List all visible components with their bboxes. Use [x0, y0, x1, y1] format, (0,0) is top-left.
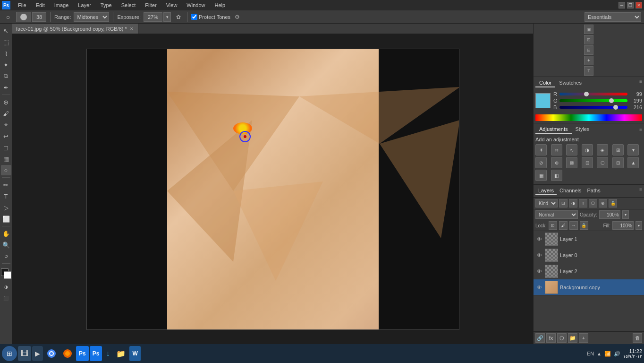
color-panel-collapse[interactable]: ≡ — [639, 79, 642, 87]
eyedropper-tool[interactable]: ✒ — [1, 82, 11, 93]
layer-filter-pixel[interactable]: ⊡ — [559, 199, 568, 207]
layer-filter-lock[interactable]: 🔒 — [609, 199, 617, 207]
taskbar-chrome[interactable] — [44, 346, 59, 361]
menu-image[interactable]: Image — [52, 1, 71, 9]
shape-tool[interactable]: ⬜ — [1, 214, 11, 224]
tab-layers[interactable]: Layers — [535, 187, 557, 195]
layer-filter-adj[interactable]: ◑ — [569, 199, 577, 207]
taskbar-word[interactable]: W — [129, 346, 140, 361]
exposure-slider-btn[interactable]: ▾ — [163, 12, 171, 22]
taskbar-up-arrow[interactable]: ▲ — [597, 351, 602, 356]
add-style-btn[interactable]: fx — [546, 333, 556, 343]
minimize-button[interactable]: ─ — [619, 2, 625, 9]
adj-channel-mixer[interactable]: ⊠ — [566, 157, 577, 168]
adj-hsl[interactable]: ⊞ — [612, 144, 624, 156]
panel-icon-3[interactable]: ⊟ — [584, 45, 593, 55]
menu-help[interactable]: Help — [212, 1, 227, 9]
fill-input[interactable]: 100% — [612, 221, 634, 230]
panel-icon-1[interactable]: ▣ — [584, 25, 593, 34]
layer-eye-layer0[interactable]: 👁 — [535, 251, 543, 259]
panel-icon-5[interactable]: T — [584, 66, 593, 76]
crop-tool[interactable]: ⧉ — [1, 71, 11, 81]
adj-vibrance[interactable]: ◈ — [597, 144, 608, 156]
adj-brightness[interactable]: ☀ — [535, 144, 547, 156]
adj-threshold[interactable]: ▲ — [627, 157, 639, 168]
layer-filter-shape[interactable]: ⬡ — [589, 199, 597, 207]
b-slider[interactable] — [559, 106, 627, 109]
gradient-tool[interactable]: ▦ — [1, 154, 11, 164]
layer-filter-type[interactable]: T — [579, 199, 587, 207]
layers-panel-collapse[interactable]: ≡ — [639, 187, 642, 195]
brush-size-value[interactable]: 38 — [32, 12, 46, 22]
layer-filter-smart[interactable]: ⊕ — [599, 199, 607, 207]
taskbar-filmstrip[interactable]: 🎞 — [18, 346, 31, 361]
opacity-input[interactable]: 100% — [599, 210, 620, 219]
adj-posterize[interactable]: ⊟ — [612, 157, 624, 168]
restore-button[interactable]: ❐ — [627, 2, 634, 9]
dodge-burn-tool[interactable]: ○ — [1, 165, 11, 175]
brush-preview[interactable] — [16, 12, 31, 22]
protect-tones-checkbox[interactable] — [191, 14, 197, 20]
adj-curves[interactable]: ∿ — [566, 144, 577, 156]
range-select[interactable]: Midtones Shadows Highlights — [74, 12, 109, 22]
adj-color-balance[interactable]: ▾ — [627, 144, 639, 156]
layer-eye-layer1[interactable]: 👁 — [535, 235, 543, 243]
quick-mask-toggle[interactable]: ◑ — [1, 282, 11, 292]
lock-image[interactable]: 🖌 — [559, 221, 568, 230]
menu-select[interactable]: Select — [119, 1, 138, 9]
panel-icon-4[interactable]: ✦ — [584, 56, 593, 65]
close-canvas-tab[interactable]: ✕ — [129, 26, 135, 32]
tab-paths[interactable]: Paths — [585, 187, 603, 195]
link-layers-btn[interactable]: 🔗 — [535, 333, 545, 343]
canvas-content[interactable] — [12, 34, 533, 344]
panel-icon-2[interactable]: ⊡ — [584, 35, 593, 44]
layer-item-layer0[interactable]: 👁 Layer 0 — [534, 247, 644, 263]
adj-invert[interactable]: ⬡ — [597, 157, 608, 168]
new-layer-btn[interactable]: + — [579, 333, 588, 343]
new-group-btn[interactable]: 📁 — [568, 333, 577, 343]
taskbar-folder[interactable]: 📁 — [113, 346, 128, 361]
adj-levels[interactable]: ≋ — [551, 144, 562, 156]
pen-tool[interactable]: ✏ — [1, 180, 11, 190]
adj-color-lookup[interactable]: ⊡ — [582, 157, 593, 168]
menu-edit[interactable]: Edit — [34, 1, 47, 9]
menu-type[interactable]: Type — [99, 1, 114, 9]
exposure-input[interactable]: 27% — [144, 12, 162, 22]
color-preview-swatch[interactable] — [535, 93, 551, 108]
tab-color[interactable]: Color — [535, 79, 555, 87]
layer-item-layer1[interactable]: 👁 Layer 1 — [534, 231, 644, 247]
start-button[interactable]: ⊞ — [2, 346, 17, 361]
background-color[interactable] — [4, 271, 11, 279]
adj-photo-filter[interactable]: ⊕ — [551, 157, 562, 168]
taskbar-mediaplayer[interactable]: ▶ — [32, 346, 43, 361]
tab-adjustments[interactable]: Adjustments — [535, 125, 572, 134]
taskbar-ps-2[interactable]: Ps — [90, 346, 102, 361]
marquee-tool[interactable]: ⬚ — [1, 37, 11, 47]
lasso-tool[interactable]: ⌇ — [1, 48, 11, 59]
layer-item-background-copy[interactable]: 👁 Background copy — [534, 279, 644, 295]
workspace-select[interactable]: Essentials — [585, 12, 641, 22]
clone-tool[interactable]: ⌖ — [1, 120, 11, 130]
close-button[interactable]: ✕ — [636, 2, 642, 9]
menu-view[interactable]: View — [164, 1, 179, 9]
layers-kind-select[interactable]: Kind — [535, 199, 558, 207]
opacity-dropdown[interactable]: ▾ — [622, 210, 629, 219]
taskbar-firefox[interactable] — [60, 346, 75, 361]
menu-file[interactable]: File — [16, 1, 28, 9]
healing-tool[interactable]: ⊕ — [1, 97, 11, 107]
r-slider[interactable] — [559, 93, 627, 95]
adj-selective-color[interactable]: ◧ — [551, 170, 562, 181]
rotate-tool[interactable]: ↺ — [1, 251, 11, 261]
layer-item-layer2[interactable]: 👁 Layer 2 — [534, 263, 644, 279]
history-brush[interactable]: ↩ — [1, 131, 11, 141]
menu-layer[interactable]: Layer — [76, 1, 93, 9]
zoom-tool[interactable]: 🔍 — [1, 240, 11, 250]
tab-styles[interactable]: Styles — [572, 125, 593, 134]
menu-filter[interactable]: Filter — [143, 1, 158, 9]
menu-window[interactable]: Window — [185, 1, 207, 9]
type-tool[interactable]: T — [1, 191, 11, 201]
move-tool[interactable]: ↖ — [1, 26, 11, 36]
delete-layer-btn[interactable]: 🗑 — [633, 333, 642, 343]
layer-eye-layer2[interactable]: 👁 — [535, 268, 543, 275]
tab-channels[interactable]: Channels — [557, 187, 584, 195]
